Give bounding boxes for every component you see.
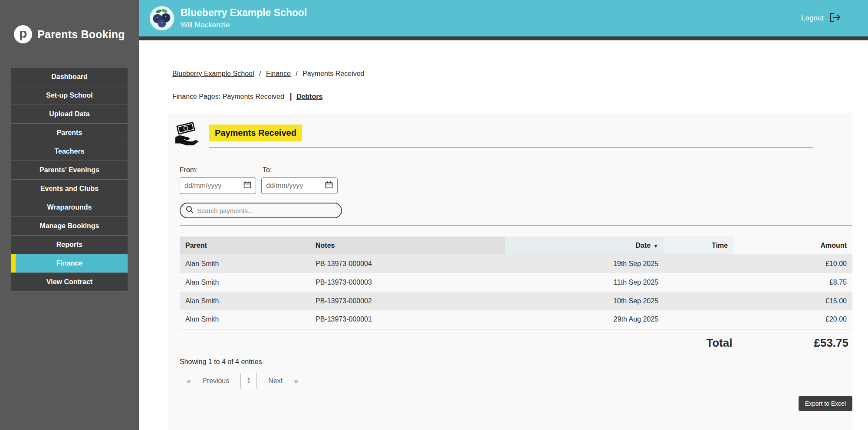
page-title: Payments Received xyxy=(209,125,302,141)
cell-time xyxy=(664,292,733,310)
sidebar-item-teachers[interactable]: Teachers xyxy=(11,142,128,161)
title-underline xyxy=(209,148,813,148)
pagination-page-1-button[interactable]: 1 xyxy=(240,373,257,389)
cell-date: 10th Sep 2025 xyxy=(505,292,664,310)
finance-pages-nav: Finance Pages: Payments Received | Debto… xyxy=(172,92,322,101)
cell-parent: Alan Smith xyxy=(180,254,310,273)
parents-booking-logo-icon: p xyxy=(14,25,32,43)
sidebar-item-upload-data[interactable]: Upload Data xyxy=(11,105,128,124)
finance-pages-divider: | xyxy=(289,92,292,101)
cell-amount: £15.00 xyxy=(733,292,852,310)
table-row: Alan Smith PB-13973-000001 29th Aug 2025… xyxy=(180,310,852,329)
cell-parent: Alan Smith xyxy=(180,273,310,292)
logo-text: Parents Booking xyxy=(37,28,125,41)
cell-amount: £10.00 xyxy=(733,254,852,273)
cell-notes: PB-13973-000002 xyxy=(310,292,505,310)
logout-label: Logout xyxy=(801,14,824,23)
table-row: Alan Smith PB-13973-000004 19th Sep 2025… xyxy=(180,254,852,273)
school-name: Blueberry Example School xyxy=(181,7,307,19)
cell-time xyxy=(664,254,733,273)
topbar: Blueberry Example School Will Mackenzie … xyxy=(139,0,868,36)
to-date-value: dd/mm/yyyy xyxy=(266,182,325,190)
breadcrumb-separator: / xyxy=(259,70,261,77)
cell-date: 29th Aug 2025 xyxy=(505,310,664,329)
column-header-parent[interactable]: Parent xyxy=(180,236,310,254)
debtors-link[interactable]: Debtors xyxy=(296,93,322,100)
payments-panel: Payments Received From: To: dd/mm/yyyy d… xyxy=(168,113,852,430)
search-icon xyxy=(186,206,194,215)
payments-table: Parent Notes Date▼ Time Amount Alan Smit… xyxy=(180,236,852,329)
school-meta: Blueberry Example School Will Mackenzie xyxy=(181,7,307,30)
cell-time xyxy=(664,273,733,292)
to-date-input[interactable]: dd/mm/yyyy xyxy=(261,177,338,194)
cell-parent: Alan Smith xyxy=(180,310,310,329)
column-header-time[interactable]: Time xyxy=(664,236,733,254)
sidebar-item-dashboard[interactable]: Dashboard xyxy=(11,68,128,86)
date-header-label: Date xyxy=(635,242,651,249)
breadcrumb-current: Payments Received xyxy=(302,70,364,77)
cell-notes: PB-13973-000003 xyxy=(310,273,505,292)
column-header-date[interactable]: Date▼ xyxy=(505,236,664,254)
cell-parent: Alan Smith xyxy=(180,292,310,310)
pagination-previous-button[interactable]: Previous xyxy=(202,377,229,385)
cell-time xyxy=(664,310,733,329)
to-date-label: To: xyxy=(263,166,272,174)
finance-pages-label: Finance Pages: Payments Received xyxy=(172,93,284,100)
sidebar-item-view-contract[interactable]: View Contract xyxy=(11,273,128,292)
sidebar-item-events-and-clubs[interactable]: Events and Clubs xyxy=(11,180,128,198)
sidebar-item-setup-school[interactable]: Set-up School xyxy=(11,86,128,105)
table-top-divider xyxy=(180,225,852,226)
user-name: Will Mackenzie xyxy=(181,21,307,30)
pagination-first-button[interactable]: « xyxy=(187,377,191,386)
total-value: £53.75 xyxy=(814,336,852,350)
sidebar: p Parents Booking Dashboard Set-up Schoo… xyxy=(0,0,139,430)
search-payments-input[interactable] xyxy=(197,207,336,214)
table-header-row: Parent Notes Date▼ Time Amount xyxy=(180,236,852,254)
pagination-next-button[interactable]: Next xyxy=(268,377,283,385)
from-date-label: From: xyxy=(180,166,198,174)
cell-notes: PB-13973-000001 xyxy=(310,310,505,329)
showing-entries-text: Showing 1 to 4 of 4 entries xyxy=(180,358,262,366)
cell-date: 19th Sep 2025 xyxy=(505,254,664,273)
breadcrumb-separator: / xyxy=(296,70,297,77)
sidebar-item-parents[interactable]: Parents xyxy=(11,124,128,142)
table-row: Alan Smith PB-13973-000002 10th Sep 2025… xyxy=(180,292,852,310)
breadcrumb-finance-link[interactable]: Finance xyxy=(266,70,291,77)
total-label: Total xyxy=(706,336,732,350)
cell-notes: PB-13973-000004 xyxy=(310,254,505,273)
sidebar-item-manage-bookings[interactable]: Manage Bookings xyxy=(11,217,128,236)
main-content: Blueberry Example School / Finance / Pay… xyxy=(139,40,868,430)
cell-amount: £8.75 xyxy=(733,273,852,292)
pagination: « Previous 1 Next » xyxy=(187,373,298,389)
breadcrumb: Blueberry Example School / Finance / Pay… xyxy=(172,70,364,78)
calendar-icon[interactable] xyxy=(325,181,333,190)
sidebar-menu: Dashboard Set-up School Upload Data Pare… xyxy=(11,68,128,292)
column-header-amount[interactable]: Amount xyxy=(733,236,852,254)
sidebar-item-parents-evenings[interactable]: Parents' Evenings xyxy=(11,161,128,180)
sidebar-item-reports[interactable]: Reports xyxy=(11,236,128,254)
search-payments-box xyxy=(180,203,342,218)
column-header-notes[interactable]: Notes xyxy=(310,236,505,254)
breadcrumb-school-link[interactable]: Blueberry Example School xyxy=(172,70,254,77)
header-divider-strip xyxy=(139,36,868,40)
school-header: Blueberry Example School Will Mackenzie xyxy=(149,6,307,31)
cell-amount: £20.00 xyxy=(733,310,852,329)
sidebar-item-wraparounds[interactable]: Wraparounds xyxy=(11,198,128,217)
from-date-input[interactable]: dd/mm/yyyy xyxy=(180,177,256,194)
table-row: Alan Smith PB-13973-000003 11th Sep 2025… xyxy=(180,273,852,292)
cell-date: 11th Sep 2025 xyxy=(505,273,664,292)
pagination-last-button[interactable]: » xyxy=(294,377,298,386)
parents-booking-logo: p Parents Booking xyxy=(0,0,139,43)
total-row: Total £53.75 xyxy=(180,336,852,350)
logout-icon xyxy=(829,11,842,25)
school-logo-icon xyxy=(149,6,174,31)
sort-desc-icon: ▼ xyxy=(653,243,658,249)
payments-icon xyxy=(174,122,201,147)
sidebar-item-finance[interactable]: Finance xyxy=(11,254,128,273)
calendar-icon[interactable] xyxy=(243,181,251,190)
logout-link[interactable]: Logout xyxy=(801,0,842,36)
from-date-value: dd/mm/yyyy xyxy=(184,182,243,190)
export-to-excel-button[interactable]: Export to Excel xyxy=(799,396,852,411)
